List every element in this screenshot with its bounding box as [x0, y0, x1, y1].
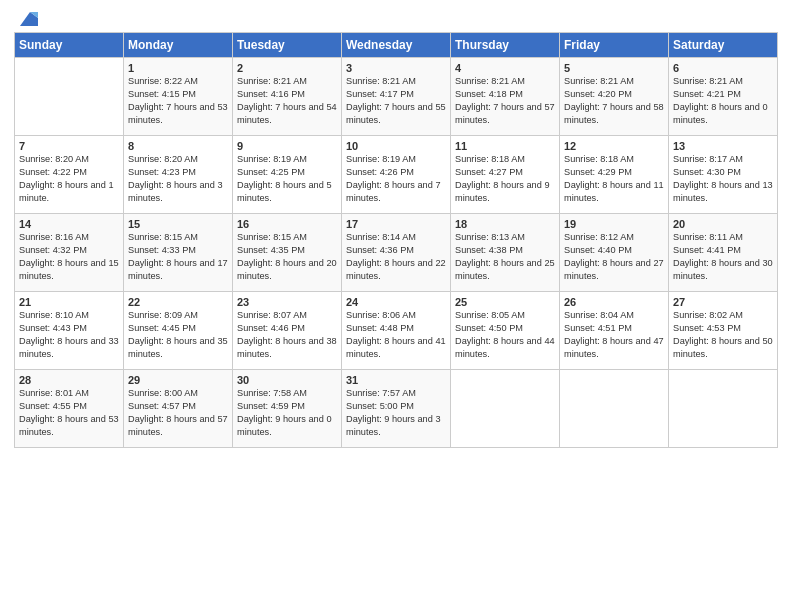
cell-info: Sunrise: 8:02 AMSunset: 4:53 PMDaylight:…: [673, 309, 773, 361]
calendar-week-row: 21Sunrise: 8:10 AMSunset: 4:43 PMDayligh…: [15, 292, 778, 370]
cell-info: Sunrise: 8:18 AMSunset: 4:29 PMDaylight:…: [564, 153, 664, 205]
header: [14, 10, 778, 26]
day-number: 14: [19, 218, 119, 230]
cell-info: Sunrise: 8:18 AMSunset: 4:27 PMDaylight:…: [455, 153, 555, 205]
logo-icon: [16, 8, 38, 30]
cell-info: Sunrise: 8:00 AMSunset: 4:57 PMDaylight:…: [128, 387, 228, 439]
day-number: 13: [673, 140, 773, 152]
day-number: 7: [19, 140, 119, 152]
calendar-cell: 16Sunrise: 8:15 AMSunset: 4:35 PMDayligh…: [233, 214, 342, 292]
cell-info: Sunrise: 8:20 AMSunset: 4:23 PMDaylight:…: [128, 153, 228, 205]
day-number: 3: [346, 62, 446, 74]
weekday-header: Wednesday: [342, 33, 451, 58]
calendar-cell: 15Sunrise: 8:15 AMSunset: 4:33 PMDayligh…: [124, 214, 233, 292]
cell-info: Sunrise: 8:22 AMSunset: 4:15 PMDaylight:…: [128, 75, 228, 127]
cell-info: Sunrise: 8:17 AMSunset: 4:30 PMDaylight:…: [673, 153, 773, 205]
cell-info: Sunrise: 8:20 AMSunset: 4:22 PMDaylight:…: [19, 153, 119, 205]
calendar-week-row: 7Sunrise: 8:20 AMSunset: 4:22 PMDaylight…: [15, 136, 778, 214]
day-number: 12: [564, 140, 664, 152]
day-number: 15: [128, 218, 228, 230]
calendar-cell: 26Sunrise: 8:04 AMSunset: 4:51 PMDayligh…: [560, 292, 669, 370]
day-number: 6: [673, 62, 773, 74]
calendar-cell: 12Sunrise: 8:18 AMSunset: 4:29 PMDayligh…: [560, 136, 669, 214]
cell-info: Sunrise: 8:19 AMSunset: 4:25 PMDaylight:…: [237, 153, 337, 205]
day-number: 4: [455, 62, 555, 74]
cell-info: Sunrise: 8:05 AMSunset: 4:50 PMDaylight:…: [455, 309, 555, 361]
day-number: 30: [237, 374, 337, 386]
calendar-cell: 2Sunrise: 8:21 AMSunset: 4:16 PMDaylight…: [233, 58, 342, 136]
weekday-header: Sunday: [15, 33, 124, 58]
header-row: SundayMondayTuesdayWednesdayThursdayFrid…: [15, 33, 778, 58]
calendar-week-row: 1Sunrise: 8:22 AMSunset: 4:15 PMDaylight…: [15, 58, 778, 136]
calendar-cell: 17Sunrise: 8:14 AMSunset: 4:36 PMDayligh…: [342, 214, 451, 292]
cell-info: Sunrise: 8:21 AMSunset: 4:18 PMDaylight:…: [455, 75, 555, 127]
calendar-cell: 30Sunrise: 7:58 AMSunset: 4:59 PMDayligh…: [233, 370, 342, 448]
cell-info: Sunrise: 8:16 AMSunset: 4:32 PMDaylight:…: [19, 231, 119, 283]
day-number: 19: [564, 218, 664, 230]
calendar-cell: 9Sunrise: 8:19 AMSunset: 4:25 PMDaylight…: [233, 136, 342, 214]
day-number: 18: [455, 218, 555, 230]
cell-info: Sunrise: 8:15 AMSunset: 4:33 PMDaylight:…: [128, 231, 228, 283]
cell-info: Sunrise: 8:09 AMSunset: 4:45 PMDaylight:…: [128, 309, 228, 361]
weekday-header: Thursday: [451, 33, 560, 58]
page-container: SundayMondayTuesdayWednesdayThursdayFrid…: [0, 0, 792, 456]
cell-info: Sunrise: 8:19 AMSunset: 4:26 PMDaylight:…: [346, 153, 446, 205]
calendar-cell: 19Sunrise: 8:12 AMSunset: 4:40 PMDayligh…: [560, 214, 669, 292]
calendar-cell: 28Sunrise: 8:01 AMSunset: 4:55 PMDayligh…: [15, 370, 124, 448]
day-number: 11: [455, 140, 555, 152]
calendar-cell: 11Sunrise: 8:18 AMSunset: 4:27 PMDayligh…: [451, 136, 560, 214]
cell-info: Sunrise: 8:06 AMSunset: 4:48 PMDaylight:…: [346, 309, 446, 361]
cell-info: Sunrise: 8:11 AMSunset: 4:41 PMDaylight:…: [673, 231, 773, 283]
calendar-cell: [669, 370, 778, 448]
calendar-cell: 7Sunrise: 8:20 AMSunset: 4:22 PMDaylight…: [15, 136, 124, 214]
day-number: 31: [346, 374, 446, 386]
calendar-cell: 20Sunrise: 8:11 AMSunset: 4:41 PMDayligh…: [669, 214, 778, 292]
cell-info: Sunrise: 8:21 AMSunset: 4:21 PMDaylight:…: [673, 75, 773, 127]
calendar-cell: 21Sunrise: 8:10 AMSunset: 4:43 PMDayligh…: [15, 292, 124, 370]
day-number: 26: [564, 296, 664, 308]
day-number: 17: [346, 218, 446, 230]
calendar-cell: 29Sunrise: 8:00 AMSunset: 4:57 PMDayligh…: [124, 370, 233, 448]
day-number: 21: [19, 296, 119, 308]
weekday-header: Tuesday: [233, 33, 342, 58]
day-number: 8: [128, 140, 228, 152]
calendar-cell: 1Sunrise: 8:22 AMSunset: 4:15 PMDaylight…: [124, 58, 233, 136]
calendar-cell: [560, 370, 669, 448]
calendar-cell: 13Sunrise: 8:17 AMSunset: 4:30 PMDayligh…: [669, 136, 778, 214]
calendar-cell: 18Sunrise: 8:13 AMSunset: 4:38 PMDayligh…: [451, 214, 560, 292]
day-number: 9: [237, 140, 337, 152]
day-number: 24: [346, 296, 446, 308]
calendar-cell: 3Sunrise: 8:21 AMSunset: 4:17 PMDaylight…: [342, 58, 451, 136]
day-number: 23: [237, 296, 337, 308]
calendar-cell: 6Sunrise: 8:21 AMSunset: 4:21 PMDaylight…: [669, 58, 778, 136]
logo: [14, 10, 38, 26]
calendar-cell: 5Sunrise: 8:21 AMSunset: 4:20 PMDaylight…: [560, 58, 669, 136]
day-number: 10: [346, 140, 446, 152]
calendar-cell: [15, 58, 124, 136]
cell-info: Sunrise: 7:57 AMSunset: 5:00 PMDaylight:…: [346, 387, 446, 439]
calendar-cell: 25Sunrise: 8:05 AMSunset: 4:50 PMDayligh…: [451, 292, 560, 370]
day-number: 29: [128, 374, 228, 386]
calendar-week-row: 28Sunrise: 8:01 AMSunset: 4:55 PMDayligh…: [15, 370, 778, 448]
cell-info: Sunrise: 8:04 AMSunset: 4:51 PMDaylight:…: [564, 309, 664, 361]
cell-info: Sunrise: 8:01 AMSunset: 4:55 PMDaylight:…: [19, 387, 119, 439]
calendar-week-row: 14Sunrise: 8:16 AMSunset: 4:32 PMDayligh…: [15, 214, 778, 292]
calendar-cell: 14Sunrise: 8:16 AMSunset: 4:32 PMDayligh…: [15, 214, 124, 292]
cell-info: Sunrise: 8:14 AMSunset: 4:36 PMDaylight:…: [346, 231, 446, 283]
calendar-cell: 8Sunrise: 8:20 AMSunset: 4:23 PMDaylight…: [124, 136, 233, 214]
weekday-header: Monday: [124, 33, 233, 58]
calendar-cell: 24Sunrise: 8:06 AMSunset: 4:48 PMDayligh…: [342, 292, 451, 370]
cell-info: Sunrise: 8:15 AMSunset: 4:35 PMDaylight:…: [237, 231, 337, 283]
cell-info: Sunrise: 8:07 AMSunset: 4:46 PMDaylight:…: [237, 309, 337, 361]
weekday-header: Saturday: [669, 33, 778, 58]
day-number: 25: [455, 296, 555, 308]
cell-info: Sunrise: 7:58 AMSunset: 4:59 PMDaylight:…: [237, 387, 337, 439]
cell-info: Sunrise: 8:12 AMSunset: 4:40 PMDaylight:…: [564, 231, 664, 283]
weekday-header: Friday: [560, 33, 669, 58]
day-number: 27: [673, 296, 773, 308]
day-number: 22: [128, 296, 228, 308]
calendar-cell: 31Sunrise: 7:57 AMSunset: 5:00 PMDayligh…: [342, 370, 451, 448]
cell-info: Sunrise: 8:21 AMSunset: 4:20 PMDaylight:…: [564, 75, 664, 127]
calendar-table: SundayMondayTuesdayWednesdayThursdayFrid…: [14, 32, 778, 448]
cell-info: Sunrise: 8:21 AMSunset: 4:17 PMDaylight:…: [346, 75, 446, 127]
